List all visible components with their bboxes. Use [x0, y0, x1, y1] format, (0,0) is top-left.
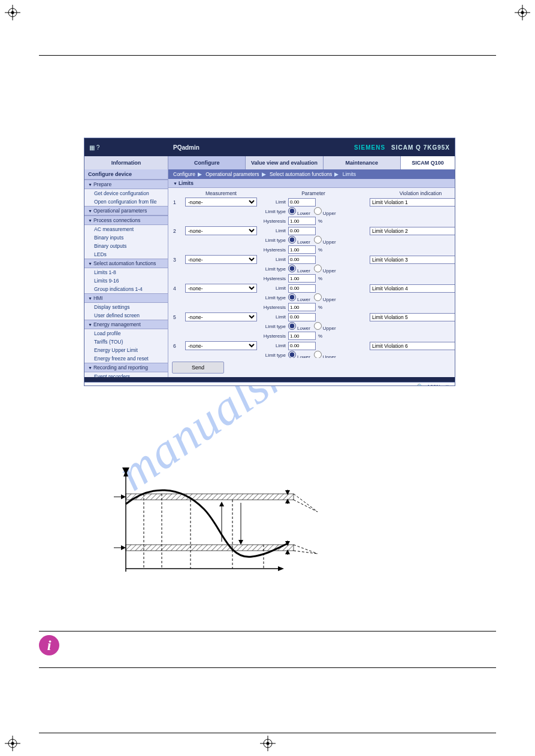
sidebar-item[interactable]: Energy freeze and reset [84, 354, 168, 363]
sidebar-item[interactable]: Display settings [84, 303, 168, 311]
violation-input[interactable] [370, 342, 455, 350]
limit-input[interactable] [288, 342, 316, 350]
limit-input[interactable] [288, 198, 316, 207]
row-index: 2 [173, 228, 183, 234]
measurement-select[interactable]: -none- [185, 312, 257, 321]
svg-point-4 [518, 8, 527, 17]
sidebar-group[interactable]: HMI [84, 293, 168, 303]
zoom-icon[interactable]: 🔍 [417, 384, 424, 387]
info-icon: i [39, 635, 59, 655]
lower-radio[interactable]: Lower [288, 207, 310, 216]
violation-input[interactable] [370, 313, 455, 321]
svg-marker-18 [123, 470, 128, 476]
sidebar-group[interactable]: Prepare [84, 180, 168, 189]
svg-rect-22 [126, 545, 294, 551]
hysteresis-input[interactable] [288, 332, 316, 340]
page-rule-bottom [39, 733, 496, 733]
hysteresis-input[interactable] [288, 274, 316, 283]
upper-radio[interactable]: Upper [314, 351, 336, 358]
violation-input[interactable] [370, 198, 455, 207]
sidebar-group[interactable]: Energy management [84, 320, 168, 329]
crumb-c[interactable]: Select automation functions [270, 171, 332, 177]
svg-point-9 [11, 742, 14, 745]
sidebar-item[interactable]: Group indications 1-4 [84, 285, 168, 293]
upper-radio[interactable]: Upper [314, 293, 336, 302]
limit-input[interactable] [288, 313, 316, 321]
hysteresis-input[interactable] [288, 303, 316, 311]
upper-radio[interactable]: Upper [314, 236, 336, 245]
send-button[interactable]: Send [172, 362, 224, 374]
sidebar-item[interactable]: Limits 9-16 [84, 277, 168, 285]
measurement-select[interactable]: -none- [185, 255, 257, 264]
lower-radio[interactable]: Lower [288, 351, 310, 358]
sidebar-item[interactable]: Event recorders [84, 372, 168, 377]
limit-label: Limit [259, 199, 286, 205]
violation-input[interactable] [370, 284, 455, 293]
sidebar-item[interactable]: User defined screen [84, 311, 168, 320]
limit-label: Limit [259, 257, 286, 262]
sidebar-item[interactable]: Open configuration from file [84, 198, 168, 206]
limit-input[interactable] [288, 284, 316, 293]
limit-label: Limit [259, 286, 286, 291]
measurement-select[interactable]: -none- [185, 341, 257, 350]
sidebar-item[interactable]: Binary outputs [84, 242, 168, 250]
upper-radio[interactable]: Upper [314, 207, 336, 216]
zoom-value[interactable]: 100% [427, 384, 441, 387]
upper-radio[interactable]: Upper [314, 265, 336, 274]
tab-maintenance[interactable]: Maintenance [324, 156, 401, 169]
hysteresis-input[interactable] [288, 245, 316, 254]
percent-label: % [318, 305, 322, 310]
measurement-select[interactable]: -none- [185, 284, 257, 293]
zoom-dropdown-icon[interactable]: ▼ [445, 384, 450, 387]
lower-radio[interactable]: Lower [288, 293, 310, 302]
sidebar-item[interactable]: Get device configuration [84, 189, 168, 198]
limit-row: 1-none-LimitLimit typeLowerUpperHysteres… [173, 198, 455, 225]
sidebar-item[interactable]: Binary inputs [84, 233, 168, 242]
sidebar-item[interactable]: LEDs [84, 250, 168, 259]
tab-value-view[interactable]: Value view and evaluation [246, 156, 323, 169]
limit-type-label: Limit type [259, 266, 286, 272]
sidebar-item[interactable]: Limits 1-8 [84, 268, 168, 277]
limit-input[interactable] [288, 256, 316, 264]
sidebar-group[interactable]: Select automation functions [84, 259, 168, 268]
sidebar-item[interactable]: Tariffs (TOU) [84, 338, 168, 346]
limits-grid: Measurement Parameter Violation indicati… [168, 188, 455, 358]
measurement-select[interactable]: -none- [185, 226, 257, 235]
lower-radio[interactable]: Lower [288, 236, 310, 245]
sidebar-title: Configure device [84, 169, 168, 180]
lower-radio[interactable]: Lower [288, 265, 310, 274]
sidebar-item[interactable]: Energy Upper Limit [84, 346, 168, 354]
upper-radio[interactable]: Upper [314, 322, 336, 331]
measurement-select[interactable]: -none- [185, 198, 257, 207]
model: SICAM Q 7KG95X [391, 144, 450, 151]
limit-input[interactable] [288, 227, 316, 235]
violation-input[interactable] [370, 256, 455, 264]
row-index: 6 [173, 343, 183, 349]
svg-point-5 [521, 11, 524, 14]
svg-line-34 [294, 545, 318, 554]
hysteresis-diagram [102, 467, 330, 587]
crumb-b[interactable]: Operational parameters [205, 171, 259, 177]
section-head[interactable]: Limits [168, 179, 455, 188]
limit-type-label: Limit type [259, 324, 286, 329]
breadcrumb: Configure▶ Operational parameters▶ Selec… [168, 169, 455, 179]
hysteresis-input[interactable] [288, 217, 316, 225]
limit-row: 4-none-LimitLimit typeLowerUpperHysteres… [173, 284, 455, 311]
limit-row: 3-none-LimitLimit typeLowerUpperHysteres… [173, 255, 455, 283]
tab-configure[interactable]: Configure [168, 156, 246, 169]
sidebar-item[interactable]: AC measurement [84, 225, 168, 233]
sidebar-group[interactable]: Process connections [84, 215, 168, 225]
svg-point-8 [8, 739, 17, 748]
crumb-a[interactable]: Configure [173, 171, 195, 177]
titlebar-icons: ▦ ? [89, 144, 173, 151]
svg-point-12 [264, 739, 272, 748]
limit-label: Limit [259, 314, 286, 320]
limit-type-label: Limit type [259, 353, 286, 358]
sidebar-group[interactable]: Recording and reporting [84, 363, 168, 372]
sidebar-group[interactable]: Operational parameters [84, 206, 168, 215]
violation-input[interactable] [370, 227, 455, 235]
tab-device[interactable]: SICAM Q100 [401, 156, 455, 169]
lower-radio[interactable]: Lower [288, 322, 310, 331]
tab-information[interactable]: Information [84, 156, 168, 169]
sidebar-item[interactable]: Load profile [84, 329, 168, 338]
